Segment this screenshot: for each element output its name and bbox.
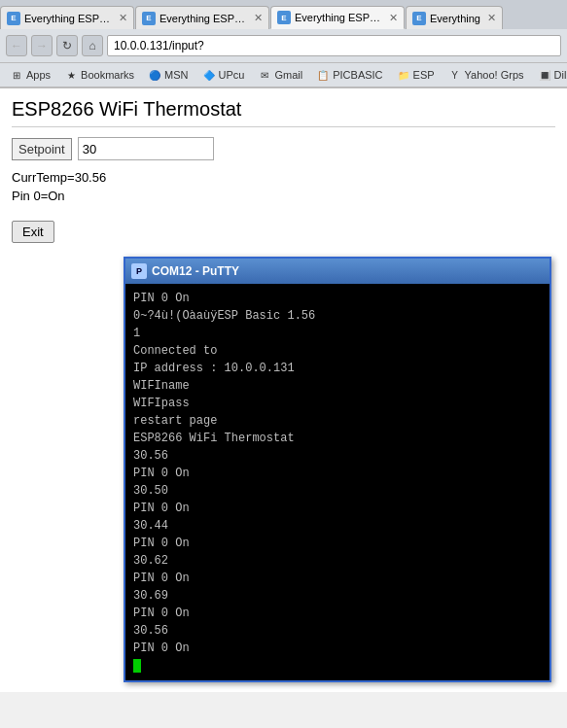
forward-button[interactable]: → <box>31 35 53 56</box>
terminal-line: 30.44 <box>133 517 542 535</box>
tab-label-1: Everything ESP8266 - <box>24 13 115 24</box>
terminal-line: 30.56 <box>133 447 542 465</box>
bookmark-bookmarks[interactable]: ★ Bookmarks <box>58 66 140 84</box>
bookmark-msn[interactable]: 🔵 MSN <box>142 66 194 84</box>
terminal-line: 30.69 <box>133 587 542 605</box>
terminal-line: 0~?4ù!(OàaùÿESP Basic 1.56 <box>133 307 542 325</box>
tab-favicon-4: E <box>412 12 426 25</box>
page-content: ESP8266 WiFi Thermostat Setpoint CurrTem… <box>0 88 567 692</box>
browser-chrome: E Everything ESP8266 - ✕ E Everything ES… <box>0 0 567 88</box>
tab-1[interactable]: E Everything ESP8266 - ✕ <box>0 6 134 29</box>
picbasic-icon: 📋 <box>316 68 330 82</box>
bookmark-esp-label: ESP <box>413 69 435 81</box>
back-button[interactable]: ← <box>6 35 27 56</box>
tab-favicon-1: E <box>7 12 20 25</box>
tab-3[interactable]: E Everything ESP8266 - ✕ <box>270 6 405 29</box>
putty-terminal[interactable]: PIN 0 On0~?4ù!(OàaùÿESP Basic 1.561Conne… <box>125 284 549 680</box>
bookmark-bookmarks-label: Bookmarks <box>81 69 134 81</box>
terminal-line: PIN 0 On <box>133 500 542 517</box>
terminal-line: Connected to <box>133 342 542 360</box>
pin-status-display: Pin 0=On <box>12 189 555 203</box>
curr-temp-display: CurrTemp=30.56 <box>12 170 555 185</box>
terminal-line: PIN 0 On <box>133 605 542 622</box>
terminal-line: 1 <box>133 325 542 342</box>
bookmark-dilb[interactable]: 🔳 Dilb <box>532 66 567 84</box>
bookmark-esp[interactable]: 📁 ESP <box>391 66 441 84</box>
bookmarks-bar: ⊞ Apps ★ Bookmarks 🔵 MSN 🔷 UPcu ✉ Gmail … <box>0 62 567 87</box>
terminal-line: PIN 0 On <box>133 570 542 587</box>
tab-bar: E Everything ESP8266 - ✕ E Everything ES… <box>0 0 567 29</box>
terminal-line: PIN 0 On <box>133 535 542 552</box>
tab-2[interactable]: E Everything ESP8266 - ✕ <box>135 6 269 29</box>
apps-icon: ⊞ <box>10 68 23 82</box>
terminal-line: WIFIname <box>133 377 542 395</box>
bookmark-gmail[interactable]: ✉ Gmail <box>252 66 308 84</box>
exit-button[interactable]: Exit <box>12 221 54 243</box>
terminal-line: ESP8266 WiFi Thermostat <box>133 430 542 447</box>
reload-button[interactable]: ↻ <box>56 35 78 56</box>
bookmark-gmail-label: Gmail <box>274 69 302 81</box>
page-title: ESP8266 WiFi Thermostat <box>12 98 555 127</box>
bookmark-dilb-label: Dilb <box>554 69 567 81</box>
terminal-line: IP address : 10.0.0.131 <box>133 360 542 377</box>
tab-close-1[interactable]: ✕ <box>115 12 127 24</box>
setpoint-input[interactable] <box>78 137 214 160</box>
bookmark-upcu[interactable]: 🔷 UPcu <box>196 66 251 84</box>
terminal-cursor <box>133 659 141 673</box>
yahoo-icon: Y <box>448 68 462 82</box>
tab-close-4[interactable]: ✕ <box>483 12 496 24</box>
setpoint-label: Setpoint <box>12 138 72 160</box>
tab-favicon-2: E <box>142 12 156 25</box>
star-icon: ★ <box>64 68 78 82</box>
terminal-line: 30.56 <box>133 622 542 640</box>
msn-icon: 🔵 <box>148 68 161 82</box>
terminal-line: WIFIpass <box>133 395 542 412</box>
bookmark-msn-label: MSN <box>164 69 188 81</box>
tab-label-2: Everything ESP8266 - <box>159 13 250 24</box>
bookmark-picbasic[interactable]: 📋 PICBASIC <box>310 66 388 84</box>
putty-window: P COM12 - PuTTY PIN 0 On0~?4ù!(OàaùÿESP … <box>124 257 551 682</box>
tab-label-4: Everything <box>430 13 480 24</box>
bookmark-yahoo-label: Yahoo! Grps <box>465 69 524 81</box>
terminal-line: PIN 0 On <box>133 465 542 482</box>
terminal-line: PIN 0 On <box>133 290 542 307</box>
tab-close-2[interactable]: ✕ <box>250 12 263 24</box>
bookmark-upcu-label: UPcu <box>219 69 245 81</box>
tab-favicon-3: E <box>277 11 291 24</box>
gmail-icon: ✉ <box>258 68 271 82</box>
setpoint-row: Setpoint <box>12 137 555 160</box>
bookmark-picbasic-label: PICBASIC <box>333 69 382 81</box>
dilb-icon: 🔳 <box>538 68 551 82</box>
esp-icon: 📁 <box>397 68 410 82</box>
terminal-line: 30.50 <box>133 482 542 500</box>
terminal-line: 30.62 <box>133 552 542 570</box>
home-button[interactable]: ⌂ <box>82 35 103 56</box>
putty-titlebar: P COM12 - PuTTY <box>125 259 549 284</box>
bookmark-apps[interactable]: ⊞ Apps <box>4 66 56 84</box>
tab-4[interactable]: E Everything ✕ <box>406 6 503 29</box>
tab-label-3: Everything ESP8266 - <box>295 12 385 23</box>
nav-bar: ← → ↻ ⌂ <box>0 29 567 62</box>
putty-icon: P <box>131 263 147 279</box>
bookmark-yahoo[interactable]: Y Yahoo! Grps <box>443 66 530 84</box>
upcu-icon: 🔷 <box>202 68 216 82</box>
address-bar[interactable] <box>107 35 561 56</box>
terminal-line: restart page <box>133 412 542 430</box>
putty-title: COM12 - PuTTY <box>152 264 239 278</box>
bookmark-apps-label: Apps <box>26 69 51 81</box>
tab-close-3[interactable]: ✕ <box>385 12 398 24</box>
terminal-cursor-line <box>133 657 542 675</box>
terminal-line: PIN 0 On <box>133 640 542 657</box>
